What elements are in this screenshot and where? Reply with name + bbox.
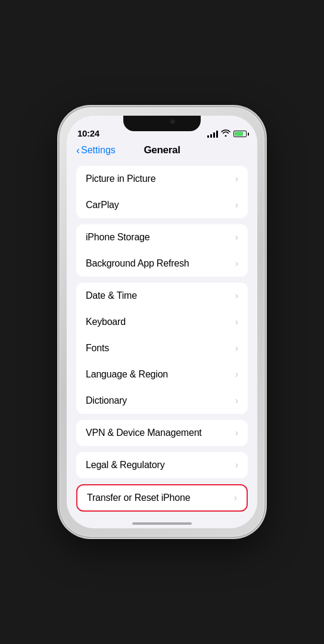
navigation-bar: ‹ Settings General [67, 142, 257, 161]
sidebar-item-dictionary[interactable]: Dictionary › [76, 388, 248, 414]
chevron-icon: › [235, 460, 238, 470]
date-time-label: Date & Time [86, 290, 137, 301]
chevron-icon: › [234, 493, 237, 503]
chevron-icon: › [235, 317, 238, 327]
sidebar-item-picture-in-picture[interactable]: Picture in Picture › [76, 166, 248, 192]
battery-icon [233, 131, 247, 137]
vpn-device-management-label: VPN & Device Management [86, 428, 202, 438]
signal-icon [207, 131, 218, 138]
wifi-icon [221, 129, 230, 138]
back-button-label: Settings [81, 145, 116, 156]
settings-group-4: VPN & Device Management › [76, 420, 248, 446]
dictionary-label: Dictionary [86, 395, 127, 406]
sidebar-item-date-time[interactable]: Date & Time › [76, 283, 248, 309]
sidebar-item-background-app-refresh[interactable]: Background App Refresh › [76, 250, 248, 277]
phone-screen: 10:24 [67, 116, 257, 528]
status-icons [207, 129, 247, 138]
chevron-icon: › [235, 395, 238, 406]
transfer-reset-label: Transfer or Reset iPhone [87, 493, 190, 503]
chevron-icon: › [235, 343, 238, 354]
sidebar-item-carplay[interactable]: CarPlay › [76, 192, 248, 218]
language-region-label: Language & Region [86, 369, 168, 380]
chevron-icon: › [235, 428, 238, 438]
iphone-storage-label: iPhone Storage [86, 232, 150, 243]
sidebar-item-vpn-device-management[interactable]: VPN & Device Management › [76, 420, 248, 446]
legal-regulatory-label: Legal & Regulatory [86, 460, 165, 470]
chevron-icon: › [235, 258, 238, 269]
chevron-icon: › [235, 174, 238, 184]
chevron-icon: › [235, 232, 238, 243]
background-app-refresh-label: Background App Refresh [86, 258, 189, 269]
sidebar-item-language-region[interactable]: Language & Region › [76, 361, 248, 388]
back-chevron-icon: ‹ [76, 144, 80, 157]
home-indicator [132, 522, 192, 525]
chevron-icon: › [235, 369, 238, 380]
phone-frame: 10:24 [60, 107, 264, 537]
carplay-label: CarPlay [86, 200, 119, 210]
sidebar-item-keyboard[interactable]: Keyboard › [76, 309, 248, 335]
settings-group-1: Picture in Picture › CarPlay › [76, 166, 248, 218]
sidebar-item-transfer-reset[interactable]: Transfer or Reset iPhone › [76, 484, 248, 512]
sidebar-item-legal-regulatory[interactable]: Legal & Regulatory › [76, 452, 248, 478]
fonts-label: Fonts [86, 343, 109, 354]
sidebar-item-iphone-storage[interactable]: iPhone Storage › [76, 224, 248, 250]
settings-scroll-view[interactable]: Picture in Picture › CarPlay › iPhone St… [67, 161, 257, 516]
transfer-reset-group: Transfer or Reset iPhone › [76, 484, 248, 512]
back-button[interactable]: ‹ Settings [76, 144, 116, 157]
keyboard-label: Keyboard [86, 317, 126, 327]
notch [123, 116, 201, 131]
page-title: General [144, 144, 180, 156]
chevron-icon: › [235, 290, 238, 301]
status-time: 10:24 [77, 128, 99, 138]
settings-group-2: iPhone Storage › Background App Refresh … [76, 224, 248, 277]
settings-group-5: Legal & Regulatory › [76, 452, 248, 478]
picture-in-picture-label: Picture in Picture [86, 174, 155, 184]
sidebar-item-fonts[interactable]: Fonts › [76, 335, 248, 361]
chevron-icon: › [235, 200, 238, 210]
settings-group-3: Date & Time › Keyboard › Fonts › Languag… [76, 283, 248, 414]
